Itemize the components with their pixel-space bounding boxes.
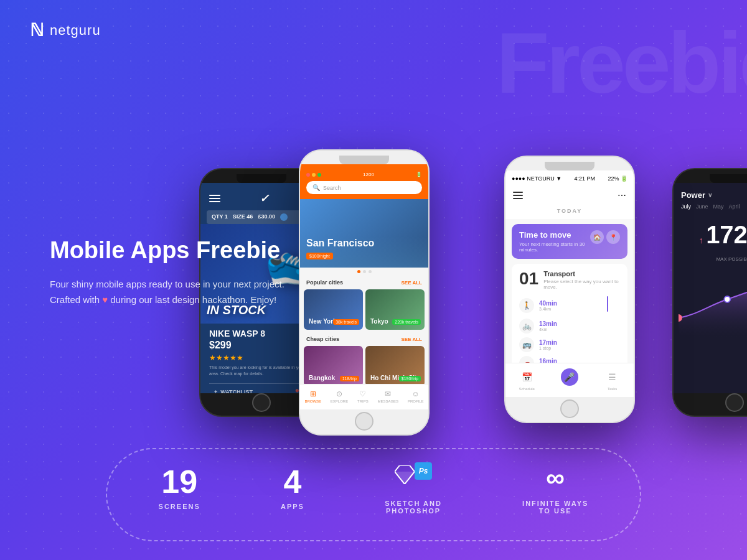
- travel-search-placeholder: Search: [323, 185, 341, 191]
- cal-nav-tasks[interactable]: ☰ Tasks: [604, 368, 621, 391]
- city-tokyo[interactable]: Tokyo 220k travels: [365, 289, 425, 330]
- bus-time-info: 17min 1 stop: [539, 339, 620, 350]
- trips-label: TRIPS: [357, 399, 369, 403]
- month-may[interactable]: May: [713, 203, 724, 210]
- explore-label: EXPLORE: [331, 399, 348, 403]
- month-july[interactable]: July: [681, 203, 691, 210]
- see-all-cheap[interactable]: SEE ALL: [402, 337, 422, 342]
- explore-icon: ⊙: [336, 390, 342, 398]
- cal-bottom-nav: 📅 Schedule 🎤 ☰ Tasks: [505, 363, 634, 397]
- main-title: Mobile Apps Freebie: [50, 236, 286, 265]
- bus-info: 1 stop: [539, 346, 620, 350]
- cal-nav-schedule[interactable]: 📅 Schedule: [518, 368, 535, 391]
- travel-dots: [306, 173, 321, 177]
- bike-icon: 🚲: [519, 319, 534, 334]
- phone-travel-screen: 1200 🔋 🔍 Search San Francisco $100/night: [300, 164, 428, 409]
- travel-hero: San Francisco $100/night: [300, 199, 428, 268]
- messages-icon: ✉: [385, 390, 391, 398]
- left-content: Mobile Apps Freebie Four shiny mobile ap…: [50, 236, 286, 308]
- cal-action-1[interactable]: 🏠: [590, 230, 604, 244]
- browse-label: BROWSE: [304, 399, 321, 403]
- sketch-icon: [395, 465, 415, 484]
- transport-bike[interactable]: 🚲 13min 4km: [519, 319, 620, 334]
- transport-info: Transport Please select the way you want…: [543, 270, 620, 290]
- phone-calendar-wrapper: ●●●● NETGURU ▼ 4:21 PM 22% 🔋 ⋯ TODAY: [504, 156, 635, 423]
- transport-section: 01 Transport Please select the way you w…: [512, 264, 627, 377]
- cal-nav-mic[interactable]: 🎤: [561, 368, 578, 391]
- power-value: ↑ 172 kWh: [674, 215, 747, 255]
- logo-text: netguru: [50, 22, 101, 39]
- popular-cities-grid: New York 38k travels Tokyo 220k travels: [300, 289, 428, 330]
- cal-header: ⋯: [505, 184, 634, 205]
- phone-calendar-screen: ●●●● NETGURU ▼ 4:21 PM 22% 🔋 ⋯ TODAY: [505, 170, 634, 397]
- cal-alert-title: Time to move: [519, 230, 590, 240]
- heart-icon: ♥: [102, 294, 108, 305]
- nav-browse[interactable]: ⊞ BROWSE: [304, 390, 321, 403]
- travel-search-bar[interactable]: 🔍 Search: [306, 181, 422, 194]
- phone-travel-home-btn: [355, 412, 374, 431]
- tasks-label: Tasks: [608, 387, 617, 391]
- cheap-cities-header: Cheap cities SEE ALL: [300, 332, 428, 346]
- phone-power-screen: Power ∨ July June May April ↑ 172 kWh: [674, 183, 747, 393]
- nav-messages[interactable]: ✉ MESSAGES: [377, 390, 398, 403]
- month-june[interactable]: June: [696, 203, 708, 210]
- city-bangkok-name: Bangkok: [309, 375, 335, 381]
- phone-travel: 1200 🔋 🔍 Search San Francisco $100/night: [299, 149, 430, 436]
- cal-carrier: ●●●● NETGURU ▼: [512, 175, 561, 182]
- transport-date: 01 Transport Please select the way you w…: [519, 270, 620, 290]
- cal-today-label: TODAY: [505, 205, 634, 219]
- city-tokyo-name: Tokyo: [370, 318, 388, 325]
- walk-route: [595, 296, 620, 315]
- cal-menu-icon: [513, 192, 523, 199]
- travel-indicator: [300, 268, 428, 276]
- power-header: Power ∨: [674, 183, 747, 203]
- see-all-popular[interactable]: SEE ALL: [402, 280, 422, 286]
- schedule-label: Schedule: [519, 387, 535, 391]
- cal-alert-text: Time to move Your next meeting starts in…: [519, 230, 590, 253]
- transport-walk[interactable]: 🚶 40min 3.4km: [519, 296, 620, 315]
- city-tokyo-badge: 220k travels: [392, 319, 421, 325]
- phone-calendar: ●●●● NETGURU ▼ 4:21 PM 22% 🔋 ⋯ TODAY: [504, 156, 635, 423]
- transport-options: 🚶 40min 3.4km 🚲: [519, 296, 620, 371]
- power-number: 172: [706, 221, 747, 248]
- walk-time-info: 40min 3.4km: [539, 300, 590, 311]
- travel-hero-price: $100/night: [306, 253, 333, 259]
- stats-grid: 19 SCREENS 4 APPS Ps SKETCH AND: [118, 460, 629, 515]
- month-april[interactable]: April: [729, 203, 740, 210]
- phone-power-notch: [710, 174, 747, 183]
- city-hcm-badge: $190/trip: [399, 376, 421, 381]
- photoshop-icon: Ps: [415, 462, 432, 480]
- browse-icon: ⊞: [310, 390, 316, 398]
- svg-point-0: [724, 296, 730, 302]
- transport-date-num: 01: [519, 270, 538, 287]
- stat-apps: 4 APPS: [281, 465, 304, 510]
- popular-cities-label: Popular cities: [306, 279, 343, 286]
- walk-icon: 🚶: [519, 298, 534, 313]
- travel-top-bar: 1200 🔋: [306, 172, 422, 177]
- nike-logo: ✓: [260, 192, 269, 205]
- walk-time: 40min: [539, 300, 590, 307]
- travel-nav: ⊞ BROWSE ⊙ EXPLORE ♡ TRIPS ✉: [300, 384, 428, 409]
- nav-explore[interactable]: ⊙ EXPLORE: [331, 390, 348, 403]
- tasks-icon: ☰: [604, 368, 621, 386]
- city-new-york[interactable]: New York 38k travels: [304, 289, 363, 330]
- phone-power-wrapper: Power ∨ July June May April ↑ 172 kWh: [672, 168, 747, 417]
- power-title: Power ∨: [681, 190, 712, 200]
- cal-alert-sub: Your next meeting starts in 30 minutes.: [519, 241, 590, 253]
- transport-bus[interactable]: 🚌 17min 1 stop: [519, 337, 620, 352]
- nav-trips[interactable]: ♡ TRIPS: [357, 390, 369, 403]
- travel-hero-text: San Francisco $100/night: [306, 238, 374, 260]
- profile-label: PROFILE: [408, 399, 424, 403]
- infinity-icon: ∞: [546, 463, 565, 493]
- cal-action-2[interactable]: 📍: [606, 230, 620, 244]
- city-bangkok[interactable]: Bangkok 118/trip: [304, 346, 363, 386]
- walk-distance: 3.4km: [539, 307, 590, 311]
- phone-power: Power ∨ July June May April ↑ 172 kWh: [672, 168, 747, 417]
- screens-number: 19: [161, 465, 197, 498]
- nav-profile[interactable]: ☺ PROFILE: [408, 390, 424, 403]
- apps-label: APPS: [281, 503, 304, 510]
- city-hcm[interactable]: Ho Chi Minh City $190/trip: [365, 346, 425, 386]
- travel-hero-city: San Francisco: [306, 238, 374, 249]
- stat-infinite: ∞ INFINITE WAYS TO USE: [522, 460, 588, 515]
- stats-section: 19 SCREENS 4 APPS Ps SKETCH AND: [0, 436, 747, 560]
